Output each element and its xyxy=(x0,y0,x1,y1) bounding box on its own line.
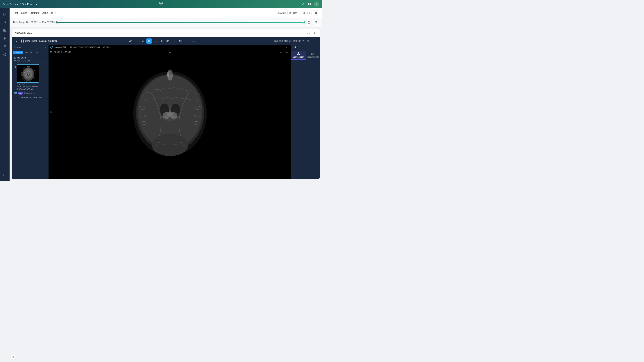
sr-line-1 xyxy=(14,92,17,93)
sr-dot-4 xyxy=(14,94,15,94)
breadcrumb-project[interactable]: Test Project xyxy=(13,12,27,14)
tab-segmentation[interactable]: Segmentation xyxy=(291,51,306,60)
study-modality: MR\SR xyxy=(14,60,20,62)
svg-marker-18 xyxy=(4,37,6,40)
svg-rect-23 xyxy=(315,12,316,13)
tool-brush[interactable] xyxy=(146,39,152,44)
svg-rect-17 xyxy=(5,30,6,32)
panel-collapse-button[interactable] xyxy=(312,31,317,35)
slider-thumb-left[interactable] xyxy=(56,21,58,24)
main-layout: Test Project / Subjects / Jane Doe ✎ Lay… xyxy=(0,8,322,181)
svg-point-32 xyxy=(148,40,150,42)
viewer-toolbar-left: ‹ Open Health Imaging Foundation xyxy=(14,39,58,44)
breadcrumb: Test Project / Subjects / Jane Doe ✎ xyxy=(13,12,56,14)
tool-move[interactable] xyxy=(159,39,164,44)
sidebar-item-home[interactable] xyxy=(1,10,8,18)
nav-dropdown-icon[interactable]: ▾ xyxy=(36,3,37,5)
tool-add[interactable]: + xyxy=(186,39,191,44)
breadcrumb-sep2: / xyxy=(40,12,41,14)
sidebar-item-bolt[interactable] xyxy=(1,35,8,42)
sr-dot-1 xyxy=(14,92,15,93)
right-panel-arrow[interactable] xyxy=(291,45,320,51)
tool-grid[interactable] xyxy=(171,39,177,44)
tool-annotate[interactable] xyxy=(128,39,133,44)
sidebar-item-check[interactable] xyxy=(1,51,8,58)
filter-tab-primary[interactable]: Primary xyxy=(13,51,23,54)
filter-tab-all[interactable]: All xyxy=(34,51,39,54)
svg-point-34 xyxy=(168,41,168,42)
nav-account[interactable]: Demo Account xyxy=(3,3,18,6)
series-thumbnail[interactable] xyxy=(17,64,39,83)
series-i-value: 8 xyxy=(24,83,25,85)
viewer-back-button[interactable]: ‹ xyxy=(14,39,20,44)
brain-mri xyxy=(122,60,218,163)
svg-rect-35 xyxy=(173,40,174,41)
studies-sidebar: Studies ⊣ Primary Recent All 10-Aug-2022 xyxy=(12,45,48,179)
tool-cube[interactable] xyxy=(178,39,183,44)
series-indicator xyxy=(13,66,16,69)
series-s-label: S: xyxy=(17,83,18,85)
study-modality-row: MR\SR POC MRI xyxy=(14,60,46,62)
tool-annotate-expand[interactable]: |▾ xyxy=(134,39,139,44)
slider-track xyxy=(57,22,304,23)
layout-dropdown[interactable]: DICOM STUDIES ▾ xyxy=(288,11,312,15)
date-range-slider[interactable] xyxy=(57,21,304,24)
sidebar-item-book[interactable] xyxy=(1,171,8,179)
viewport-orientation: A xyxy=(169,51,170,54)
studies-collapse-button[interactable]: ⊣ xyxy=(44,46,46,49)
svg-rect-38 xyxy=(174,41,175,42)
svg-point-39 xyxy=(308,41,308,42)
viewport-info-button[interactable]: ℹ xyxy=(288,46,290,49)
viewport-next-button[interactable]: › xyxy=(285,46,288,49)
tab-measurements[interactable]: Measurements xyxy=(306,51,320,60)
viewer-settings-expand[interactable]: ▾ xyxy=(312,39,318,44)
viewport-prev-button[interactable]: ‹ xyxy=(282,46,284,49)
studies-sidebar-header: Studies ⊣ xyxy=(12,45,48,50)
sidebar-item-layers[interactable] xyxy=(1,27,8,34)
edit-icon[interactable]: ✎ xyxy=(54,12,56,14)
eye-button[interactable] xyxy=(308,3,311,6)
svg-point-10 xyxy=(162,5,163,5)
nav-project[interactable]: Test Project xyxy=(22,3,34,6)
svg-point-61 xyxy=(167,71,169,77)
segmentation-tab-content: Segmentation xyxy=(292,52,305,58)
tool-brush-expand[interactable]: ▾ xyxy=(152,39,158,44)
brain-mri-svg xyxy=(122,60,218,163)
logo-icon xyxy=(159,3,163,7)
date-sync-button[interactable] xyxy=(313,20,318,25)
settings-button[interactable] xyxy=(306,39,310,44)
svg-rect-26 xyxy=(316,13,317,14)
layout-value: DICOM STUDIES xyxy=(289,12,308,14)
sidebar-item-list[interactable] xyxy=(1,43,8,50)
breadcrumb-bar: Test Project / Subjects / Jane Doe ✎ Lay… xyxy=(10,8,322,18)
user-avatar[interactable]: S xyxy=(314,2,319,7)
sr-item[interactable]: SR 20-Mar-2023 xyxy=(12,91,48,96)
study-copy-button[interactable]: ⧉ xyxy=(45,57,46,59)
svg-rect-24 xyxy=(316,12,317,13)
filter-tab-recent[interactable]: Recent xyxy=(24,51,33,54)
panel-expand-button[interactable] xyxy=(306,31,311,35)
breadcrumb-subject: Jane Doe xyxy=(42,12,54,14)
tool-camera[interactable] xyxy=(165,39,170,44)
viewer-toolbar: ‹ Open Health Imaging Foundation xyxy=(12,37,320,45)
layout-grid-button[interactable] xyxy=(313,10,318,16)
sidebar-item-user[interactable] xyxy=(1,19,8,26)
svg-rect-36 xyxy=(174,40,175,41)
viewer-grid-icon xyxy=(21,40,24,43)
tool-more[interactable]: |▾ xyxy=(198,39,204,44)
viewer-toolbar-right: INVESTIGATIONAL USE ONLY ▾ xyxy=(274,39,318,44)
tool-search[interactable] xyxy=(140,39,146,44)
slider-thumb-right[interactable] xyxy=(303,21,306,24)
svg-rect-48 xyxy=(22,84,24,85)
dicom-panel-header: DICOM Studies xyxy=(12,29,320,37)
date-export-button[interactable] xyxy=(306,20,312,25)
svg-point-7 xyxy=(159,3,160,4)
series-dot-ring xyxy=(14,66,16,68)
content-area: Test Project / Subjects / Jane Doe ✎ Lay… xyxy=(10,8,322,181)
grid-cell-3 xyxy=(21,41,22,43)
investigational-label: INVESTIGATIONAL USE ONLY xyxy=(274,40,304,42)
tool-refresh[interactable] xyxy=(192,39,197,44)
breadcrumb-section[interactable]: Subjects xyxy=(30,12,40,14)
share-button[interactable] xyxy=(302,3,305,6)
study-item: 10-Aug-2022 ⧉ MR\SR POC MRI xyxy=(12,55,48,64)
